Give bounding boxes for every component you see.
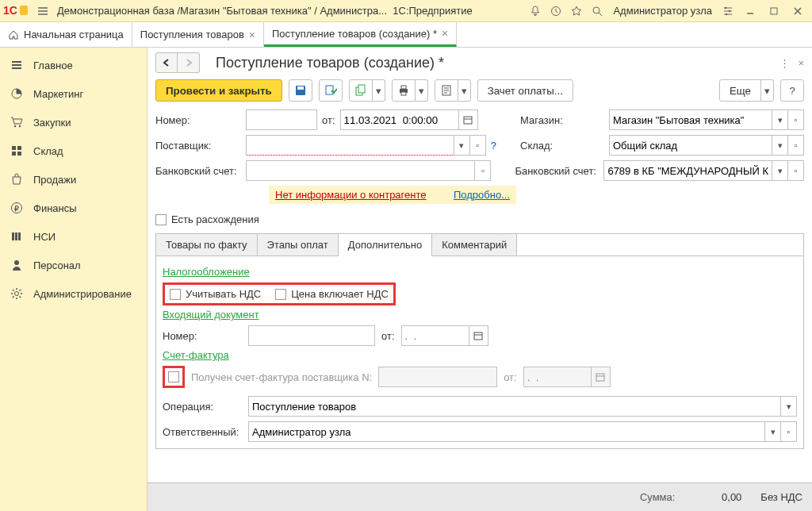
main-menu-icon[interactable] bbox=[33, 2, 52, 21]
invoice-received-checkbox[interactable] bbox=[168, 371, 179, 382]
discrepancy-label: Есть расхождения bbox=[171, 213, 259, 225]
chevron-down-icon[interactable]: ▾ bbox=[454, 135, 470, 156]
bell-icon[interactable] bbox=[526, 2, 545, 21]
svg-rect-17 bbox=[15, 232, 17, 240]
minimize-button[interactable] bbox=[739, 2, 761, 21]
sidebar-item-sales[interactable]: Продажи bbox=[0, 165, 147, 194]
vat-consider-checkbox[interactable] bbox=[170, 289, 181, 300]
tab-comment[interactable]: Комментарий bbox=[432, 234, 517, 256]
warehouse-select[interactable]: Общий склад bbox=[609, 135, 772, 156]
svg-point-19 bbox=[14, 260, 19, 265]
open-ref-icon[interactable]: ▫ bbox=[788, 160, 804, 181]
grid-icon bbox=[10, 144, 24, 158]
calendar-icon[interactable] bbox=[469, 325, 488, 346]
chevron-down-icon[interactable]: ▾ bbox=[765, 421, 781, 442]
app-logo: 1С bbox=[3, 3, 29, 19]
close-icon[interactable]: × bbox=[249, 29, 255, 41]
tab-home-label: Начальная страница bbox=[24, 29, 124, 40]
sum-label: Сумма: bbox=[640, 491, 675, 503]
open-ref-icon[interactable]: ▫ bbox=[788, 110, 804, 130]
bank-input[interactable] bbox=[246, 160, 475, 181]
post-button[interactable] bbox=[319, 79, 343, 102]
back-button[interactable] bbox=[155, 52, 178, 73]
save-button[interactable] bbox=[289, 79, 312, 102]
help-icon[interactable]: ? bbox=[491, 140, 496, 152]
based-on-button[interactable] bbox=[349, 79, 373, 102]
print-dropdown[interactable]: ▾ bbox=[416, 79, 428, 102]
based-on-dropdown[interactable]: ▾ bbox=[373, 79, 385, 102]
open-ref-icon[interactable]: ▫ bbox=[781, 421, 797, 442]
close-page-icon[interactable]: × bbox=[798, 57, 804, 69]
tab-new-receipt[interactable]: Поступление товаров (создание) * × bbox=[264, 22, 457, 47]
chevron-down-icon[interactable]: ▾ bbox=[772, 135, 788, 156]
sidebar-item-marketing[interactable]: Маркетинг bbox=[0, 79, 147, 108]
date-input[interactable] bbox=[340, 110, 459, 130]
tab-payment-stages[interactable]: Этапы оплат bbox=[258, 234, 339, 256]
summary-footer: Сумма: 0,00 Без НДС bbox=[147, 482, 812, 511]
sidebar-item-personnel[interactable]: Персонал bbox=[0, 251, 147, 279]
inc-date-input[interactable] bbox=[401, 325, 469, 346]
svg-point-3 bbox=[593, 7, 599, 13]
svg-rect-12 bbox=[12, 152, 16, 156]
sidebar-item-purchases[interactable]: Закупки bbox=[0, 108, 147, 136]
open-ref-icon[interactable]: ▫ bbox=[788, 135, 804, 156]
store-select[interactable]: Магазин "Бытовая техника" bbox=[609, 110, 772, 130]
history-icon[interactable] bbox=[546, 2, 565, 21]
svg-rect-1 bbox=[20, 6, 28, 15]
supplier-input[interactable] bbox=[246, 135, 454, 156]
maximize-button[interactable] bbox=[763, 2, 785, 21]
chevron-down-icon[interactable]: ▾ bbox=[772, 160, 788, 181]
close-icon[interactable]: × bbox=[442, 27, 448, 40]
sidebar-item-admin[interactable]: Администрирование bbox=[0, 279, 147, 308]
inc-number-input[interactable] bbox=[248, 325, 375, 346]
chevron-down-icon[interactable]: ▾ bbox=[781, 396, 797, 417]
responsible-select[interactable]: Администратор узла bbox=[248, 421, 765, 442]
sidebar-item-finance[interactable]: ₽ Финансы bbox=[0, 194, 147, 222]
operation-select[interactable]: Поступление товаров bbox=[248, 396, 781, 417]
gear-icon bbox=[10, 286, 24, 301]
tab-home[interactable]: Начальная страница bbox=[0, 22, 132, 47]
reports-dropdown[interactable]: ▾ bbox=[458, 79, 471, 102]
more-menu-icon[interactable]: ⋮ bbox=[779, 57, 790, 69]
tab-goods[interactable]: Товары по факту bbox=[156, 234, 258, 256]
vat-included-checkbox[interactable] bbox=[275, 289, 286, 300]
details-link[interactable]: Подробно... bbox=[454, 189, 510, 201]
settings-icon[interactable] bbox=[718, 2, 737, 21]
open-ref-icon[interactable]: ▫ bbox=[470, 135, 486, 156]
vat-consider-label: Учитывать НДС bbox=[186, 288, 261, 300]
offset-payment-button[interactable]: Зачет оплаты... bbox=[477, 79, 573, 102]
tab-receipts-label: Поступления товаров bbox=[140, 29, 244, 40]
svg-point-6 bbox=[726, 13, 727, 14]
help-button[interactable]: ? bbox=[780, 79, 804, 102]
search-icon[interactable] bbox=[588, 2, 607, 21]
post-and-close-button[interactable]: Провести и закрыть bbox=[155, 79, 282, 102]
sidebar-item-label: Закупки bbox=[33, 117, 71, 129]
more-dropdown[interactable]: ▾ bbox=[761, 79, 774, 102]
svg-rect-7 bbox=[771, 8, 777, 14]
bank2-select[interactable]: 6789 в КБ "МЕЖДУНАРОДНЫЙ К bbox=[603, 160, 772, 181]
no-contractor-info-link[interactable]: Нет информации о контрагенте bbox=[275, 189, 427, 201]
bank2-label: Банковский счет: bbox=[515, 165, 599, 177]
sidebar-item-nsi[interactable]: НСИ bbox=[0, 222, 147, 251]
print-button[interactable] bbox=[392, 79, 416, 102]
bank-label: Банковский счет: bbox=[155, 165, 241, 177]
close-button[interactable] bbox=[787, 2, 809, 21]
reports-button[interactable] bbox=[435, 79, 458, 102]
number-input[interactable] bbox=[246, 110, 317, 130]
open-ref-icon[interactable]: ▫ bbox=[475, 160, 491, 181]
calendar-icon bbox=[592, 367, 611, 387]
sidebar-item-warehouse[interactable]: Склад bbox=[0, 136, 147, 165]
calendar-icon[interactable] bbox=[459, 110, 478, 130]
sidebar-item-main[interactable]: Главное bbox=[0, 51, 147, 79]
tab-additional[interactable]: Дополнительно bbox=[339, 234, 433, 256]
invoice-received-label: Получен счет-фактура поставщика N: bbox=[191, 371, 372, 383]
form-area: Номер: от: Магазин: Магазин "Бытовая тех… bbox=[147, 110, 812, 482]
svg-text:1С: 1С bbox=[3, 4, 17, 17]
discrepancy-checkbox[interactable] bbox=[155, 214, 167, 225]
forward-button[interactable] bbox=[178, 52, 200, 73]
more-button[interactable]: Еще bbox=[719, 79, 761, 102]
titlebar: 1С Демонстрационная база /Магазин "Бытов… bbox=[0, 0, 812, 22]
chevron-down-icon[interactable]: ▾ bbox=[772, 110, 788, 130]
star-icon[interactable] bbox=[567, 2, 586, 21]
tab-receipts[interactable]: Поступления товаров × bbox=[132, 22, 264, 47]
